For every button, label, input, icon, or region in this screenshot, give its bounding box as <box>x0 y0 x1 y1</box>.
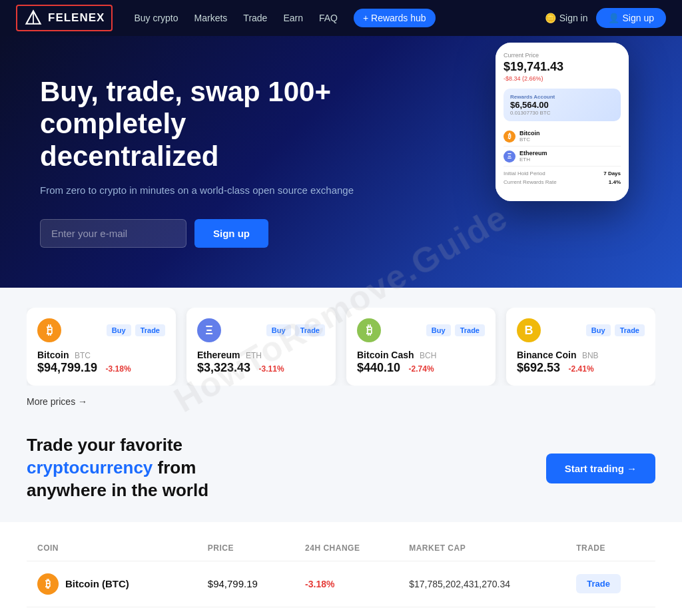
card-price: $94,799.19 <box>37 361 97 374</box>
logo[interactable]: FELENEX <box>16 5 113 31</box>
phone-rewards-card: Rewards Account $6,564.00 0.01307730 BTC <box>504 89 621 121</box>
card-name-row: Binance Coin BNB <box>517 349 645 361</box>
nav-faq[interactable]: FAQ <box>319 13 338 23</box>
crypto-table: COINPRICE24H CHANGEMARKET CAPTRADE ₿ Bit… <box>27 535 655 616</box>
change-value: -3.18% <box>305 579 334 589</box>
trade-section: Trade your favorite cryptocurrency from … <box>0 421 682 521</box>
buy-button[interactable]: Buy <box>426 324 451 336</box>
phone-detail-row-1: Initial Hold Period 7 Days <box>504 170 621 176</box>
crypto-card-bch: ₿ Buy Trade Bitcoin Cash BCH $440.10 -2.… <box>346 308 496 386</box>
card-change: -2.74% <box>409 364 434 374</box>
trade-title-highlight: cryptocurrency <box>27 458 153 477</box>
card-name-row: Bitcoin BTC <box>37 349 165 361</box>
trade-cell: Trade <box>565 561 655 607</box>
card-ticker: ETH <box>246 351 262 360</box>
user-icon: 👤 <box>608 13 619 23</box>
coin-icon: B <box>517 318 541 342</box>
crypto-card-btc: ₿ Buy Trade Bitcoin BTC $94,799.19 -3.18… <box>27 308 176 386</box>
phone-price-label: Current Price <box>504 52 621 59</box>
card-name-row: Ethereum ETH <box>197 349 325 361</box>
card-header: ₿ Buy Trade <box>37 318 165 342</box>
table-col-trade: TRADE <box>565 535 655 561</box>
trade-button[interactable]: Trade <box>615 324 645 336</box>
wallet-icon: 🪙 <box>545 13 556 23</box>
card-change: -3.18% <box>106 364 131 374</box>
hero-form: Sign up <box>40 219 360 248</box>
more-prices-link[interactable]: More prices → <box>27 396 87 407</box>
email-input[interactable] <box>40 219 186 248</box>
card-price: $692.53 <box>517 361 560 374</box>
table-header: COINPRICE24H CHANGEMARKET CAPTRADE <box>27 535 655 561</box>
card-actions: Buy Trade <box>426 324 485 336</box>
card-price: $440.10 <box>357 361 400 374</box>
coin-icon: ₿ <box>357 318 381 342</box>
card-header: B Buy Trade <box>517 318 645 342</box>
hero-content: Buy, trade, swap 100+ completely decentr… <box>40 76 360 248</box>
nav-trade[interactable]: Trade <box>243 13 267 23</box>
card-actions: Buy Trade <box>266 324 325 336</box>
card-price-row: $440.10 -2.74% <box>357 361 485 375</box>
navbar-left: FELENEX Buy crypto Markets Trade Earn FA… <box>16 5 436 31</box>
coin-cell: Ξ Ethereum (ETH) <box>27 607 197 616</box>
card-header: Ξ Buy Trade <box>197 318 325 342</box>
phone-coin-row-eth: Ξ Ethereum ETH <box>504 147 621 166</box>
phone-price-change: -$8.34 (2.66%) <box>504 75 621 82</box>
sign-in-button[interactable]: 🪙 Sign in <box>545 13 588 23</box>
card-ticker: BNB <box>582 351 599 360</box>
trade-table-button[interactable]: Trade <box>576 574 621 593</box>
trade-button[interactable]: Trade <box>455 324 485 336</box>
phone-eth-info: Ethereum ETH <box>519 150 547 162</box>
coin-icon-large: ₿ <box>37 573 59 595</box>
phone-eth-icon: Ξ <box>504 151 515 162</box>
card-actions: Buy Trade <box>107 324 165 336</box>
card-header: ₿ Buy Trade <box>357 318 485 342</box>
table-col---h-change: 24H CHANGE <box>294 535 398 561</box>
phone-screen: Current Price $19,741.43 -$8.34 (2.66%) … <box>496 43 629 201</box>
card-name: Binance Coin <box>517 350 576 360</box>
price-cell: $94,799.19 <box>197 561 294 607</box>
phone-btc-info: Bitcoin BTC <box>519 130 540 143</box>
card-name-row: Bitcoin Cash BCH <box>357 349 485 361</box>
card-price-row: $94,799.19 -3.18% <box>37 361 165 375</box>
buy-button[interactable]: Buy <box>266 324 291 336</box>
trade-button[interactable]: Trade <box>135 324 165 336</box>
market-cap-value: $17,785,202,431,270.34 <box>409 579 510 589</box>
buy-button[interactable]: Buy <box>586 324 611 336</box>
change-cell: -3.11% <box>294 607 398 616</box>
market-cap-cell: $17,785,202,431,270.34 <box>398 561 565 607</box>
card-name: Bitcoin Cash <box>357 350 414 360</box>
card-price-row: $692.53 -2.41% <box>517 361 645 375</box>
nav-earn[interactable]: Earn <box>283 13 303 23</box>
market-cap-cell: $517,426,261,498.51 <box>398 607 565 616</box>
card-name: Bitcoin <box>37 350 69 360</box>
coin-cell-inner: ₿ Bitcoin (BTC) <box>37 573 186 595</box>
change-cell: -3.18% <box>294 561 398 607</box>
navbar: FELENEX Buy crypto Markets Trade Earn FA… <box>0 0 682 36</box>
coin-icon: ₿ <box>37 318 61 342</box>
hero-section: Buy, trade, swap 100+ completely decentr… <box>0 36 682 328</box>
start-trading-button[interactable]: Start trading → <box>546 454 655 483</box>
hero-title: Buy, trade, swap 100+ completely decentr… <box>40 76 360 172</box>
card-change: -3.11% <box>259 364 284 374</box>
phone-rewards-amount: $6,564.00 <box>510 100 614 110</box>
phone-coin-row-btc: ₿ Bitcoin BTC <box>504 127 621 147</box>
nav-buy-crypto[interactable]: Buy crypto <box>134 13 178 23</box>
nav-markets[interactable]: Markets <box>194 13 228 23</box>
phone-price-value: $19,741.43 <box>504 60 621 74</box>
trade-title-prefix: Trade your favorite <box>27 435 182 455</box>
table-col-coin: COIN <box>27 535 197 561</box>
trade-button[interactable]: Trade <box>295 324 325 336</box>
logo-text: FELENEX <box>48 11 105 25</box>
coin-cell: ₿ Bitcoin (BTC) <box>27 561 197 607</box>
rewards-hub-button[interactable]: + Rewards hub <box>354 9 436 27</box>
phone-btc-icon: ₿ <box>504 131 515 143</box>
price-value: $94,799.19 <box>208 578 258 589</box>
table-row: Ξ Ethereum (ETH) $3,323.43 -3.11% $517,4… <box>27 607 655 616</box>
buy-button[interactable]: Buy <box>107 324 131 336</box>
card-actions: Buy Trade <box>586 324 645 336</box>
hero-signup-button[interactable]: Sign up <box>194 219 268 248</box>
sign-up-button[interactable]: 👤 Sign up <box>596 8 666 28</box>
card-ticker: BCH <box>420 351 436 360</box>
coin-name: Bitcoin (BTC) <box>65 578 129 589</box>
card-name: Ethereum <box>197 350 240 360</box>
